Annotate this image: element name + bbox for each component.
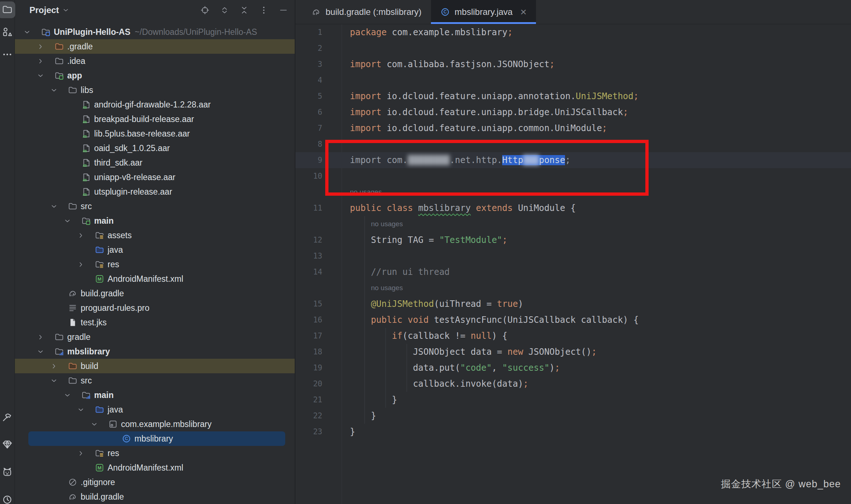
chevron-down-icon[interactable]: [49, 377, 68, 385]
tree-item-third-sdk-aar[interactable]: third_sdk.aar: [15, 155, 295, 170]
tree-item-proguard-rules-pro[interactable]: proguard-rules.pro: [15, 301, 295, 315]
tree-item-mbslibrary[interactable]: mbslibrary: [15, 344, 295, 359]
tree-item-utsplugin-release-aar[interactable]: utsplugin-release.aar: [15, 184, 295, 199]
tree-item-gradle[interactable]: gradle: [15, 330, 295, 344]
code-line-content: callback.invoke(data);: [328, 379, 528, 389]
stripe-hammer-button[interactable]: [1, 410, 14, 424]
tree-item-assets[interactable]: assets: [15, 228, 295, 243]
code-line-17[interactable]: 17 if(callback != null) {: [295, 328, 851, 344]
tree-item--gradle[interactable]: .gradle: [15, 39, 295, 54]
inlay-hint[interactable]: no usages: [328, 220, 403, 228]
tree-item-libs[interactable]: libs: [15, 83, 295, 97]
stripe-project-folder-button[interactable]: [1, 2, 14, 17]
code-line-15[interactable]: 15 @UniJSMethod(uiThread = true): [295, 296, 851, 312]
chevron-down-icon[interactable]: [23, 28, 41, 36]
tree-item-oaid-sdk-1-0-25-aar[interactable]: oaid_sdk_1.0.25.aar: [15, 141, 295, 155]
stripe-cat-button[interactable]: [1, 465, 14, 479]
collapse-all-button[interactable]: [239, 5, 249, 15]
code-token: UniModule {: [513, 203, 576, 213]
line-number: 5: [295, 92, 328, 101]
chevron-right-icon[interactable]: [36, 333, 55, 341]
tree-item-build[interactable]: build: [15, 359, 295, 373]
code-line-4[interactable]: 4: [295, 72, 851, 88]
code-line-6[interactable]: 6import io.dcloud.feature.uniapp.bridge.…: [295, 104, 851, 120]
locate-button[interactable]: [200, 5, 210, 15]
chevron-down-icon[interactable]: [63, 217, 81, 225]
tree-item--idea[interactable]: .idea: [15, 54, 295, 68]
expand-all-button[interactable]: [220, 5, 229, 15]
hide-button[interactable]: [279, 5, 288, 15]
code-line-7[interactable]: 7import io.dcloud.feature.uniapp.common.…: [295, 120, 851, 136]
code-line-21[interactable]: 21 }: [295, 392, 851, 408]
tree-item-mbslibrary[interactable]: Cmbslibrary: [28, 431, 285, 446]
tree-item-main[interactable]: main: [15, 388, 295, 402]
code-line-13[interactable]: 13: [295, 248, 851, 264]
chevron-down-icon[interactable]: [76, 406, 95, 414]
code-editor[interactable]: 1package com.example.mbslibrary;23import…: [295, 24, 851, 504]
tree-item-test-jks[interactable]: test.jks: [15, 315, 295, 330]
chevron-down-icon[interactable]: [36, 347, 55, 356]
tree-item-androidmanifest-xml[interactable]: MAndroidManifest.xml: [15, 272, 295, 286]
tree-item-label: build.gradle: [81, 492, 124, 502]
code-line-12[interactable]: 12 String TAG = "TestModule";: [295, 232, 851, 248]
inlay-hint[interactable]: no usages: [328, 284, 403, 292]
tree-item-breakpad-build-release-aar[interactable]: breakpad-build-release.aar: [15, 112, 295, 126]
tree-item-res[interactable]: res: [15, 257, 295, 272]
chevron-down-icon[interactable]: [63, 391, 81, 399]
code-line-14[interactable]: 14 //run ui thread: [295, 264, 851, 280]
tree-item-uniapp-v8-release-aar[interactable]: uniapp-v8-release.aar: [15, 170, 295, 184]
chevron-right-icon[interactable]: [36, 57, 55, 65]
chevron-down-icon[interactable]: [36, 72, 55, 80]
tree-item--gitignore[interactable]: .gitignore: [15, 475, 295, 489]
chevron-right-icon[interactable]: [76, 231, 95, 240]
tree-item-main[interactable]: main: [15, 214, 295, 228]
inlay-hint-row[interactable]: no usages: [295, 216, 851, 232]
kebab-menu-button[interactable]: [259, 5, 269, 15]
close-icon[interactable]: ×: [520, 7, 527, 17]
tree-item-com-example-mbslibrary[interactable]: com.example.mbslibrary: [15, 417, 295, 431]
tree-item-androidmanifest-xml[interactable]: MAndroidManifest.xml: [15, 460, 295, 475]
code-line-16[interactable]: 16 public void testAsyncFunc(UniJSCallba…: [295, 312, 851, 328]
tree-item-uniplugin-hello-as[interactable]: UniPlugin-Hello-AS~/Downloads/UniPlugin-…: [15, 25, 295, 39]
tree-item-build-gradle[interactable]: build.gradle: [15, 489, 295, 504]
code-line-19[interactable]: 19 data.put("code", "success");: [295, 360, 851, 376]
code-line-18[interactable]: 18 JSONObject data = new JSONObject();: [295, 344, 851, 360]
chevron-right-icon[interactable]: [76, 449, 95, 458]
tree-item-src[interactable]: src: [15, 199, 295, 214]
code-line-11[interactable]: 11public class mbslibrary extends UniMod…: [295, 200, 851, 216]
stripe-more-horizontal-button[interactable]: [1, 47, 14, 62]
tree-item-lib-5plus-base-release-aar[interactable]: lib.5plus.base-release.aar: [15, 126, 295, 141]
stripe-shapes-button[interactable]: [1, 25, 14, 39]
tree-item-src[interactable]: src: [15, 373, 295, 388]
tree-item-app[interactable]: app: [15, 68, 295, 83]
chevron-right-icon[interactable]: [76, 260, 95, 269]
stripe-clock-button[interactable]: [1, 492, 14, 504]
tree-item-android-gif-drawable-1-2-28-aar[interactable]: android-gif-drawable-1.2.28.aar: [15, 97, 295, 112]
code-line-22[interactable]: 22 }: [295, 408, 851, 424]
aar-file-icon: [81, 129, 91, 138]
chevron-right-icon[interactable]: [36, 42, 55, 51]
code-token: (callback !=: [403, 331, 471, 341]
code-token: io.dcloud.feature.uniapp.common.UniModul…: [387, 123, 602, 133]
tree-item-build-gradle[interactable]: build.gradle: [15, 286, 295, 301]
project-tool-title[interactable]: Project: [29, 5, 59, 15]
code-line-20[interactable]: 20 callback.invoke(data);: [295, 376, 851, 392]
code-line-3[interactable]: 3import com.alibaba.fastjson.JSONObject;: [295, 56, 851, 72]
tree-item-java[interactable]: java: [15, 243, 295, 257]
inlay-hint-row[interactable]: no usages: [295, 280, 851, 296]
code-line-23[interactable]: 23}: [295, 424, 851, 440]
code-line-1[interactable]: 1package com.example.mbslibrary;: [295, 24, 851, 40]
chevron-down-icon[interactable]: [49, 202, 68, 211]
chevron-down-icon[interactable]: [49, 86, 68, 94]
chevron-down-icon[interactable]: [62, 6, 70, 14]
editor-tab-build-gradle-mbslibrary-[interactable]: build.gradle (:mbslibrary): [302, 0, 431, 24]
code-line-2[interactable]: 2: [295, 40, 851, 56]
tree-item-java[interactable]: java: [15, 402, 295, 417]
tree-item-label: mbslibrary: [67, 347, 110, 357]
editor-tab-mbslibrary-java[interactable]: Cmbslibrary.java×: [431, 0, 536, 24]
code-line-5[interactable]: 5import io.dcloud.feature.uniapp.annotat…: [295, 88, 851, 104]
tree-item-res[interactable]: res: [15, 446, 295, 460]
stripe-gem-button[interactable]: [1, 437, 14, 452]
chevron-right-icon[interactable]: [49, 362, 68, 370]
chevron-down-icon[interactable]: [90, 420, 108, 428]
